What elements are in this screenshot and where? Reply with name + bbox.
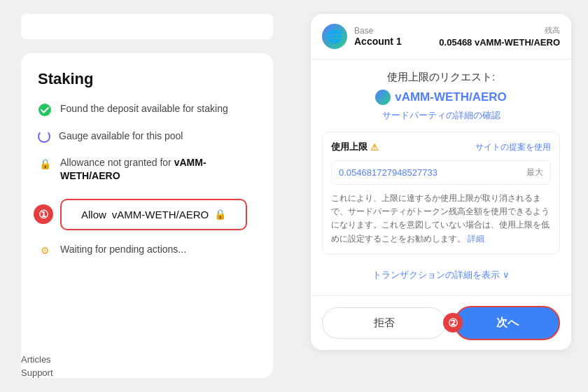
- waiting-icon: ⚙: [38, 244, 52, 258]
- step-allow: ① Allow vAMM-WETH/AERO 🔒: [60, 199, 256, 230]
- reject-button[interactable]: 拒否: [322, 307, 446, 339]
- svg-point-0: [38, 104, 51, 116]
- tx-details-link[interactable]: トランザクションの詳細を表示 ∨: [322, 263, 560, 284]
- max-label: 最大: [526, 167, 543, 178]
- lock-icon: 🔒: [38, 157, 52, 171]
- third-party-link[interactable]: サードパーティの詳細の確認: [322, 109, 560, 122]
- token-name-text: vAMM-WETH/AERO: [395, 90, 507, 104]
- usage-label: 使用上限 ⚠: [331, 141, 379, 153]
- check-icon: [38, 103, 52, 117]
- token-name-row: vAMM-WETH/AERO: [322, 90, 560, 105]
- chevron-down-icon: ∨: [503, 270, 510, 280]
- network-icon: 🌐: [322, 24, 347, 49]
- search-bar[interactable]: [21, 14, 273, 39]
- warning-detail-link[interactable]: 詳細: [468, 234, 484, 244]
- usage-section: 使用上限 ⚠ サイトの提案を使用 0.054681727948527733 最大…: [322, 132, 560, 255]
- step2-badge: ②: [443, 313, 463, 332]
- allow-button[interactable]: Allow vAMM-WETH/AERO 🔒: [60, 199, 247, 230]
- balance-label: 残高: [439, 25, 560, 36]
- network-name: Base: [354, 26, 402, 36]
- step-deposit: Found the deposit available for staking: [38, 102, 256, 117]
- request-title: 使用上限のリクエスト:: [322, 71, 560, 84]
- allow-token: vAMM-WETH/AERO: [112, 209, 209, 220]
- step-gauge: Gauge available for this pool: [38, 130, 256, 144]
- step-deposit-text: Found the deposit available for staking: [60, 102, 228, 116]
- bottom-links: Articles Support: [21, 354, 53, 378]
- staking-card: Staking Found the deposit available for …: [21, 53, 273, 378]
- step-list: Found the deposit available for staking …: [38, 102, 256, 258]
- modal-footer: 拒否 ② 次へ: [311, 295, 571, 350]
- balance-value: 0.05468 vAMM-WETH/AERO: [439, 37, 560, 48]
- step-waiting: ⚙ Waiting for pending actions...: [38, 243, 256, 258]
- next-btn-wrapper: ② 次へ: [454, 306, 560, 340]
- next-button[interactable]: 次へ: [454, 306, 560, 340]
- articles-link[interactable]: Articles: [21, 354, 53, 365]
- site-suggest[interactable]: サイトの提案を使用: [475, 141, 551, 153]
- account-details: Base Account 1: [354, 26, 402, 47]
- usage-value: 0.054681727948527733: [339, 167, 438, 178]
- warning-text: これにより、上限に達するか使用上限が取り消されるまで、サードパーティがトークン残…: [331, 192, 551, 246]
- account-name: Account 1: [354, 36, 402, 47]
- right-panel: 🌐 Base Account 1 残高 0.05468 vAMM-WETH/AE…: [294, 0, 588, 392]
- step-waiting-text: Waiting for pending actions...: [60, 243, 186, 257]
- modal-body: 使用上限のリクエスト: vAMM-WETH/AERO サードパーティの詳細の確認…: [311, 59, 571, 295]
- support-link[interactable]: Support: [21, 368, 53, 378]
- staking-title: Staking: [38, 70, 256, 88]
- left-panel: Staking Found the deposit available for …: [0, 0, 294, 392]
- step-gauge-text: Gauge available for this pool: [59, 130, 183, 144]
- step1-badge: ①: [34, 204, 53, 224]
- account-balance: 残高 0.05468 vAMM-WETH/AERO: [439, 25, 560, 48]
- modal-header: 🌐 Base Account 1 残高 0.05468 vAMM-WETH/AE…: [311, 14, 571, 59]
- token-icon: [375, 90, 391, 105]
- modal-card: 🌐 Base Account 1 残高 0.05468 vAMM-WETH/AE…: [311, 14, 571, 350]
- usage-header: 使用上限 ⚠ サイトの提案を使用: [331, 141, 551, 153]
- step-allowance: 🔒 Allowance not granted for vAMM-WETH/AE…: [38, 156, 256, 183]
- account-info: 🌐 Base Account 1: [322, 24, 402, 49]
- allow-label: Allow: [81, 209, 106, 220]
- loading-icon: [38, 130, 50, 143]
- usage-value-row: 0.054681727948527733 最大: [331, 160, 551, 185]
- step-allowance-text: Allowance not granted for vAMM-WETH/AERO: [60, 156, 256, 183]
- allow-lock-icon: 🔒: [214, 209, 226, 220]
- warning-icon: ⚠: [370, 142, 379, 153]
